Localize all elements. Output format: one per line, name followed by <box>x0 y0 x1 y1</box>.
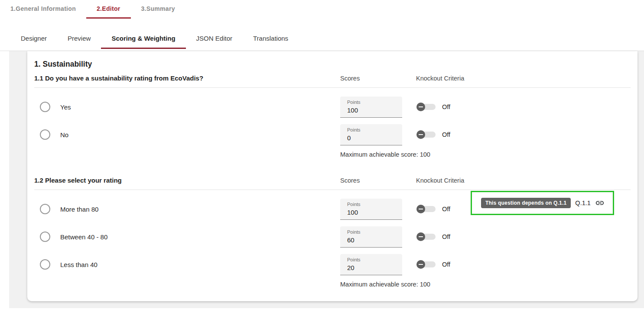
question-1-2-options: This question depends on Q.1.1 Q.1.1 Mor… <box>27 190 637 290</box>
points-value: 20 <box>347 264 402 271</box>
points-value: 100 <box>347 209 402 216</box>
points-value: 0 <box>347 134 402 142</box>
option-label: No <box>60 131 68 138</box>
option-label: Between 40 - 80 <box>60 233 107 241</box>
max-score-text: Maximum achievable score: 100 <box>340 281 631 290</box>
question-title: 1.1 Do you have a sustainability rating … <box>34 74 340 82</box>
radio-no[interactable] <box>40 129 50 140</box>
points-input[interactable]: Points 20 <box>340 254 402 275</box>
toggle-thumb-icon <box>416 130 425 139</box>
points-value: 100 <box>347 106 402 114</box>
question-title: 1.2 Please select your rating <box>34 177 340 184</box>
points-input[interactable]: Points 0 <box>340 124 402 145</box>
option-row-between-40-80: Between 40 - 80 Points 60 Off <box>34 223 631 251</box>
knockout-toggle[interactable] <box>416 260 436 269</box>
step-general-information[interactable]: 1.General Information <box>0 4 86 19</box>
tab-designer[interactable]: Designer <box>10 29 57 49</box>
points-value: 60 <box>347 236 402 244</box>
toggle-state-label: Off <box>442 103 450 110</box>
knockout-toggle[interactable] <box>416 205 436 213</box>
option-row-no: No Points 0 Off <box>34 121 631 148</box>
radio-yes[interactable] <box>40 102 50 112</box>
option-label: More than 80 <box>60 206 98 213</box>
page-background: 1. Sustainability 1.1 Do you have a sust… <box>9 51 644 308</box>
scores-column-header: Scores <box>340 177 416 184</box>
max-score-text: Maximum achievable score: 100 <box>340 151 631 161</box>
radio-less-than-40[interactable] <box>40 259 50 270</box>
radio-more-than-80[interactable] <box>40 204 50 214</box>
section-title: 1. Sustainability <box>27 51 637 69</box>
link-icon[interactable] <box>595 198 605 208</box>
step-summary[interactable]: 3.Summary <box>131 4 185 19</box>
editor-tabbar: Designer Preview Scoring & Weighting JSO… <box>0 29 644 51</box>
wizard-stepper: 1.General Information 2.Editor 3.Summary <box>0 0 644 19</box>
tab-translations[interactable]: Translations <box>243 29 299 49</box>
option-row-yes: Yes Points 100 Off <box>34 93 631 121</box>
tab-scoring-weighting[interactable]: Scoring & Weighting <box>101 29 185 49</box>
tab-json-editor[interactable]: JSON Editor <box>186 29 243 49</box>
step-editor[interactable]: 2.Editor <box>86 4 131 19</box>
knockout-toggle[interactable] <box>416 103 436 111</box>
option-label: Less than 40 <box>60 261 98 268</box>
dependency-tooltip: This question depends on Q.1.1 <box>481 198 571 208</box>
points-input[interactable]: Points 100 <box>340 97 402 118</box>
question-1-2-header: 1.2 Please select your rating Scores Kno… <box>27 171 637 190</box>
toggle-thumb-icon <box>416 260 425 269</box>
knockout-toggle[interactable] <box>416 232 436 241</box>
points-input[interactable]: Points 100 <box>340 199 402 220</box>
scoring-card: 1. Sustainability 1.1 Do you have a sust… <box>27 51 637 301</box>
toggle-thumb-icon <box>416 205 425 213</box>
toggle-thumb-icon <box>416 103 425 111</box>
tab-preview[interactable]: Preview <box>57 29 101 49</box>
question-1-1-header: 1.1 Do you have a sustainability rating … <box>27 69 637 87</box>
scores-column-header: Scores <box>340 75 416 82</box>
toggle-thumb-icon <box>416 232 425 241</box>
points-input[interactable]: Points 60 <box>340 226 402 248</box>
knockout-column-header: Knockout Criteria <box>416 75 631 82</box>
radio-between-40-80[interactable] <box>40 232 50 242</box>
toggle-state-label: Off <box>442 233 450 240</box>
toggle-state-label: Off <box>442 261 450 268</box>
knockout-toggle[interactable] <box>416 130 436 139</box>
dependency-question-ref: Q.1.1 <box>575 200 590 206</box>
knockout-column-header: Knockout Criteria <box>416 177 631 184</box>
option-label: Yes <box>60 103 71 111</box>
question-1-1-options: Yes Points 100 Off <box>27 88 637 161</box>
option-row-less-than-40: Less than 40 Points 20 Off <box>34 251 631 278</box>
toggle-state-label: Off <box>442 131 450 138</box>
toggle-state-label: Off <box>442 206 450 212</box>
dependency-highlight-box: This question depends on Q.1.1 Q.1.1 <box>471 191 614 215</box>
